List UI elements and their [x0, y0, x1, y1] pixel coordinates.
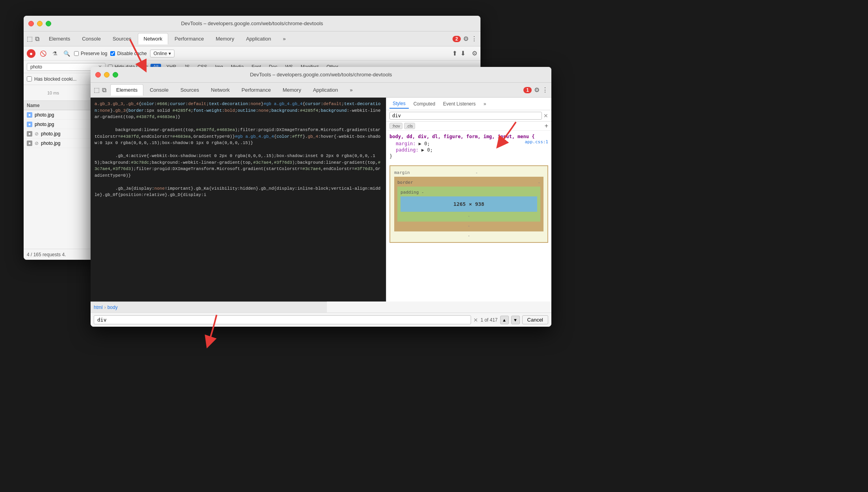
- tab-more-styles[interactable]: »: [480, 100, 490, 108]
- hov-cls-row: :hov .cls +: [386, 122, 551, 131]
- upload-icon-1[interactable]: ⬆: [452, 50, 457, 57]
- minimize-button-1[interactable]: [37, 21, 43, 26]
- cancel-search-btn[interactable]: Cancel: [522, 315, 548, 324]
- tab-console-2[interactable]: Console: [144, 85, 174, 95]
- devtools-toolbar-1: ● 🚫 ⚗ 🔍 Preserve log Disable cache Onlin…: [24, 46, 480, 61]
- layers-icon: ⧉: [35, 35, 39, 43]
- disable-cache-label-1[interactable]: Disable cache: [110, 51, 147, 56]
- padding-bottom: -: [401, 213, 537, 218]
- more-icon-1[interactable]: ⋮: [471, 35, 477, 43]
- tab-styles[interactable]: Styles: [389, 99, 409, 109]
- margin-bottom: -: [394, 233, 543, 238]
- tab-computed[interactable]: Computed: [410, 100, 438, 108]
- error-badge-1: 2: [453, 36, 461, 42]
- tab-application-2[interactable]: Application: [308, 85, 344, 95]
- file-icon-blocked-1: ■: [27, 131, 32, 137]
- hov-badge[interactable]: :hov: [389, 123, 402, 129]
- file-name-2: photo.jpg: [35, 122, 54, 127]
- padding-label-row: padding -: [401, 190, 537, 195]
- settings-icon-2[interactable]: ⚙: [534, 86, 540, 94]
- search-down-btn[interactable]: ▼: [511, 316, 520, 324]
- code-panel: a.gb_3.gb_3,.gb_4{color:#666;cursor:defa…: [91, 98, 386, 301]
- box-margin-row: margin -: [394, 170, 543, 175]
- tab-console-1[interactable]: Console: [76, 33, 106, 44]
- clear-btn-1[interactable]: 🚫: [39, 49, 47, 58]
- blocked-indicator-1: ⊘: [35, 131, 39, 137]
- blocked-cookies-label-1: Has blocked cooki...: [34, 76, 76, 82]
- box-padding: padding - 1265 × 938 -: [397, 187, 540, 222]
- file-icon-img-2: ■: [27, 122, 32, 127]
- preserve-log-label-1[interactable]: Preserve log: [74, 51, 107, 56]
- layers-icon-2: ⧉: [102, 87, 106, 94]
- devtools-tabs-2: ⬚ ⧉ Elements Console Sources Network Per…: [91, 83, 551, 98]
- clear-bottom-search-icon[interactable]: ✕: [473, 317, 478, 323]
- file-name-1: photo.jpg: [35, 112, 54, 118]
- tab-performance-2[interactable]: Performance: [236, 85, 276, 95]
- bottom-search-input[interactable]: [94, 315, 471, 324]
- margin-label: margin: [394, 170, 410, 175]
- css-source[interactable]: app.css:1: [525, 139, 548, 144]
- cursor-icon: ⬚: [27, 35, 33, 43]
- filter-icon-1[interactable]: ⚗: [50, 49, 59, 58]
- close-button-2[interactable]: [95, 72, 101, 78]
- styles-search-input[interactable]: [389, 112, 542, 120]
- tab-network-2[interactable]: Network: [206, 85, 236, 95]
- timeline-10ms: 10 ms: [47, 91, 59, 95]
- window-title-2: DevTools – developers.google.com/web/too…: [250, 72, 392, 78]
- tab-elements-2[interactable]: Elements: [110, 84, 143, 96]
- maximize-button-1[interactable]: [46, 21, 51, 26]
- tab-sources-2[interactable]: Sources: [175, 85, 205, 95]
- throttle-dropdown-1[interactable]: Online ▾: [150, 50, 175, 57]
- download-icon-1[interactable]: ⬇: [460, 50, 466, 57]
- styles-tabs: Styles Computed Event Listeners »: [386, 98, 551, 110]
- titlebar-1: DevTools – developers.google.com/web/too…: [24, 16, 480, 31]
- tab-event-listeners[interactable]: Event Listeners: [440, 100, 479, 108]
- tab-memory-2[interactable]: Memory: [277, 85, 307, 95]
- titlebar-2: DevTools – developers.google.com/web/too…: [91, 67, 551, 83]
- css-selector-2: input, menu {: [498, 134, 535, 139]
- border-bottom: -: [397, 223, 540, 228]
- blocked-indicator-2: ⊘: [35, 141, 39, 146]
- tab-elements-1[interactable]: Elements: [43, 33, 76, 44]
- file-icon-blocked-2: ■: [27, 141, 32, 146]
- tab-performance-1[interactable]: Performance: [169, 33, 209, 44]
- styles-content: body, dd, div, dl, figure, form, img, in…: [386, 131, 551, 301]
- tab-sources-1[interactable]: Sources: [107, 33, 137, 44]
- margin-dash-top: -: [475, 170, 478, 175]
- more-icon-2[interactable]: ⋮: [542, 86, 548, 94]
- tab-network-1[interactable]: Network: [138, 33, 169, 44]
- css-selector: body, dd, div, dl, figure, form, img,: [389, 134, 495, 139]
- col-name-header: Name: [27, 103, 40, 108]
- tab-application-1[interactable]: Application: [241, 33, 277, 44]
- minimize-button-2[interactable]: [104, 72, 109, 78]
- settings-icon-1[interactable]: ⚙: [463, 35, 469, 43]
- blocked-cookies-checkbox-1[interactable]: [27, 76, 32, 81]
- code-panel-container: a.gb_3.gb_3,.gb_4{color:#666;cursor:defa…: [91, 98, 386, 301]
- tab-more-1[interactable]: »: [277, 33, 291, 44]
- border-label-row: border -: [397, 180, 540, 185]
- breadcrumb-body[interactable]: body: [108, 305, 118, 310]
- search-icon-1[interactable]: 🔍: [62, 49, 71, 58]
- chevron-down-icon-1: ▾: [169, 51, 171, 56]
- devtools-tabs-1: ⬚ ⧉ Elements Console Sources Network Per…: [24, 31, 480, 46]
- add-style-btn[interactable]: +: [545, 122, 548, 129]
- content-size: 1265 × 938: [453, 201, 484, 207]
- search-up-btn[interactable]: ▲: [500, 316, 509, 324]
- breadcrumb-html[interactable]: html: [94, 305, 103, 310]
- record-btn-1[interactable]: ●: [27, 49, 35, 58]
- file-name-3: photo.jpg: [41, 131, 60, 137]
- css-closing-brace: }: [389, 154, 548, 159]
- preserve-log-checkbox-1[interactable]: [74, 51, 79, 56]
- disable-cache-checkbox-1[interactable]: [110, 51, 115, 56]
- tab-memory-1[interactable]: Memory: [210, 33, 240, 44]
- clear-search-icon-2[interactable]: ✕: [543, 113, 548, 119]
- settings-icon-toolbar-1[interactable]: ⚙: [472, 50, 477, 57]
- styles-panel: Styles Computed Event Listeners » ✕ :hov…: [386, 98, 551, 301]
- styles-search: ✕: [386, 110, 551, 122]
- devtools-window-2: DevTools – developers.google.com/web/too…: [91, 67, 551, 327]
- maximize-button-2[interactable]: [113, 72, 118, 78]
- devtools-bottom-search: ✕ 1 of 417 ▲ ▼ Cancel: [91, 313, 551, 327]
- tab-more-2[interactable]: »: [344, 85, 358, 95]
- close-button-1[interactable]: [28, 21, 34, 26]
- cls-badge[interactable]: .cls: [404, 123, 415, 129]
